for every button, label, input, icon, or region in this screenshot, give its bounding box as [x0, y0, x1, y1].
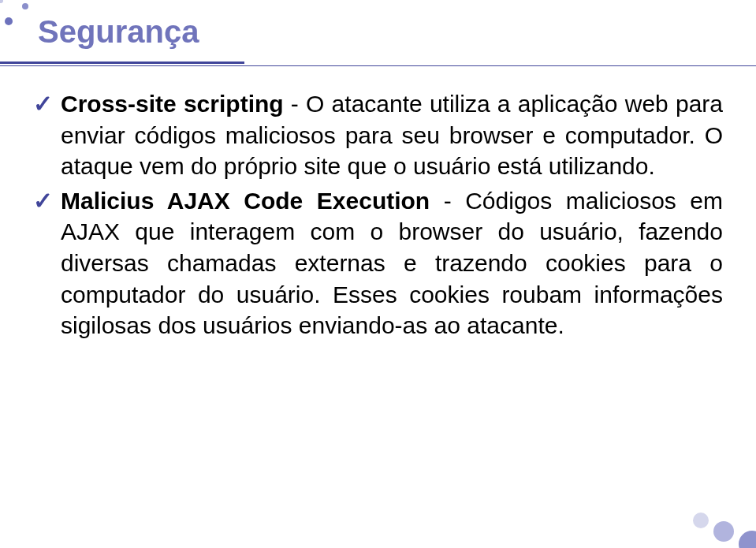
decor-circle	[739, 531, 756, 548]
decor-circle	[22, 3, 28, 9]
slide-title: Segurança	[38, 14, 199, 50]
decor-circle	[693, 513, 709, 528]
decor-circle	[713, 521, 734, 542]
bullet-item: ✓ Cross-site scripting - O atacante util…	[33, 88, 723, 182]
bullet-text: Malicius AJAX Code Execution - Códigos m…	[61, 185, 723, 341]
decor-circle	[0, 0, 3, 3]
check-icon: ✓	[33, 185, 53, 216]
bullet-text: Cross-site scripting - O atacante utiliz…	[61, 88, 723, 182]
bullet-bold: Cross-site scripting	[61, 91, 284, 117]
slide: Segurança ✓ Cross-site scripting - O ata…	[0, 0, 756, 548]
decor-circle	[5, 17, 13, 25]
bullet-item: ✓ Malicius AJAX Code Execution - Códigos…	[33, 185, 723, 341]
check-icon: ✓	[33, 88, 53, 119]
content-area: ✓ Cross-site scripting - O atacante util…	[33, 88, 723, 345]
title-underline	[0, 62, 244, 64]
title-underline-thin	[0, 65, 756, 66]
bullet-bold: Malicius AJAX Code Execution	[61, 188, 430, 214]
